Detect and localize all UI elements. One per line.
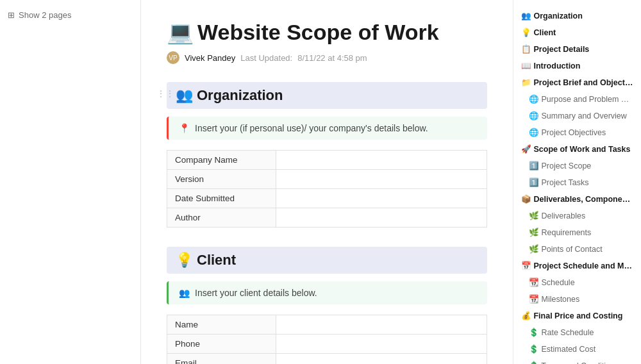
sidebar-item[interactable]: 📋 Project Details [513, 41, 641, 58]
client-icon: 💡 [176, 252, 193, 269]
org-value-0[interactable] [276, 151, 487, 170]
sidebar-item[interactable]: 📆 Schedule [513, 274, 641, 291]
drag-handle-org[interactable]: ⋮⋮ [156, 88, 174, 99]
main-content: 💻Website Scope of Work VP Vivek Pandey L… [141, 0, 513, 364]
table-row: Date Submitted [167, 189, 487, 208]
last-updated-label: Last Updated: [240, 53, 292, 63]
client-label-2: Email [167, 354, 276, 365]
sidebar-item[interactable]: 📆 Milestones [513, 291, 641, 308]
table-row: Version [167, 170, 487, 189]
sidebar-item[interactable]: 💡 Client [513, 24, 641, 41]
page-title: 💻Website Scope of Work [167, 19, 487, 45]
sidebar-item[interactable]: 💲 Rate Schedule [513, 324, 641, 341]
sidebar-item[interactable]: 🌐 Summary and Overview [513, 108, 641, 124]
callout-icon-org: 📍 [179, 123, 190, 133]
org-callout: 📍 Insert your (if personal use)/ your co… [167, 117, 487, 140]
client-callout: 👥 Insert your client details below. [167, 281, 487, 304]
org-table: Company Name Version Date Submitted Auth… [167, 150, 487, 228]
left-sidebar: ⊞ Show 2 pages [0, 0, 141, 364]
client-value-2[interactable] [276, 354, 487, 365]
client-value-1[interactable] [276, 335, 487, 354]
org-value-1[interactable] [276, 170, 487, 189]
sidebar-item[interactable]: 1️⃣ Project Tasks [513, 174, 641, 191]
sidebar-item[interactable]: 🌿 Requirements [513, 224, 641, 241]
org-label-0: Company Name [167, 151, 276, 170]
client-label-0: Name [167, 315, 276, 335]
client-label-1: Phone [167, 335, 276, 354]
sidebar-item[interactable]: 👥 Organization [513, 8, 641, 24]
sidebar-item[interactable]: 💰 Final Price and Costing [513, 308, 641, 324]
sidebar-item[interactable]: 🚀 Scope of Work and Tasks [513, 141, 641, 158]
table-row: Company Name [167, 151, 487, 170]
show-pages-toggle[interactable]: ⊞ Show 2 pages [0, 6, 140, 24]
client-value-0[interactable] [276, 315, 487, 335]
sidebar-item[interactable]: 📁 Project Brief and Objectives [513, 74, 641, 91]
client-heading: 💡 Client [167, 247, 487, 274]
page-icon: 💻 [167, 19, 194, 45]
org-label-2: Date Submitted [167, 189, 276, 208]
sidebar-item[interactable]: 🌿 Points of Contact [513, 241, 641, 258]
table-row: Email [167, 354, 487, 365]
callout-icon-client: 👥 [179, 288, 190, 298]
sidebar-item[interactable]: 💲 Estimated Cost [513, 341, 641, 358]
author-name[interactable]: Vivek Pandey [185, 53, 235, 63]
org-label-1: Version [167, 170, 276, 189]
organization-section: ⋮⋮ 👥 Organization 📍 Insert your (if pers… [167, 82, 487, 228]
org-label-3: Author [167, 208, 276, 228]
last-updated-value: 8/11/22 at 4:58 pm [297, 53, 367, 63]
client-section: 💡 Client 👥 Insert your client details be… [167, 247, 487, 364]
sidebar-item[interactable]: 📦 Deliverables, Components, & R... [513, 191, 641, 208]
org-icon: 👥 [176, 87, 193, 104]
sidebar-item[interactable]: 📖 Introduction [513, 58, 641, 74]
table-row: Phone [167, 335, 487, 354]
sidebar-item[interactable]: 🌿 Deliverables [513, 208, 641, 224]
org-callout-text: Insert your (if personal use)/ your comp… [195, 123, 428, 133]
org-value-2[interactable] [276, 189, 487, 208]
org-value-3[interactable] [276, 208, 487, 228]
sidebar-item[interactable]: 🌐 Project Objectives [513, 124, 641, 141]
client-callout-text: Insert your client details below. [195, 288, 317, 298]
sidebar-item[interactable]: 1️⃣ Project Scope [513, 158, 641, 174]
sidebar-item[interactable]: 💲 Terms and Conditions [513, 358, 641, 364]
sidebar-item[interactable]: 📅 Project Schedule and Milestones [513, 258, 641, 274]
table-row: Name [167, 315, 487, 335]
page-meta: VP Vivek Pandey Last Updated: 8/11/22 at… [167, 51, 487, 64]
show-pages-label: Show 2 pages [19, 10, 71, 20]
client-table: Name Phone Email Mailing Address [167, 315, 487, 364]
pages-icon: ⊞ [8, 10, 15, 20]
sidebar-item[interactable]: 🌐 Purpose and Problem Statem... [513, 91, 641, 108]
organization-heading: 👥 Organization [167, 82, 487, 109]
right-sidebar: 👥 Organization💡 Client📋 Project Details📖… [513, 0, 641, 364]
avatar: VP [167, 51, 179, 64]
table-row: Author [167, 208, 487, 228]
